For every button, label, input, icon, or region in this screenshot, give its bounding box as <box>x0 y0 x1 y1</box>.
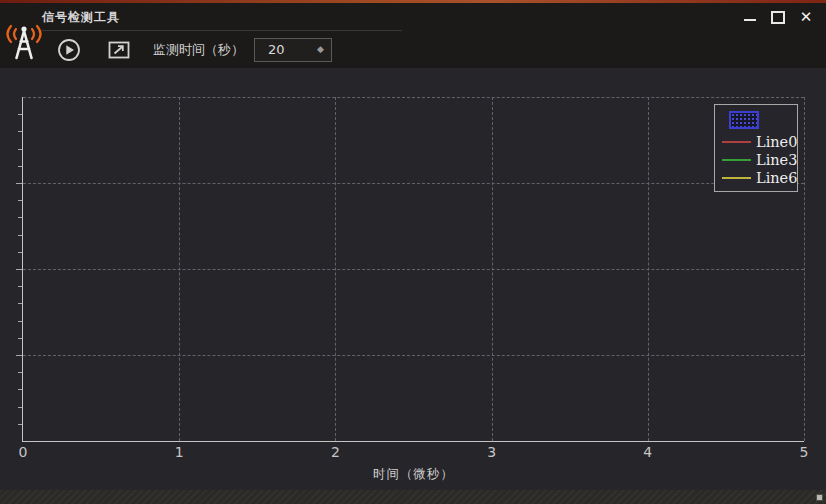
legend-label: Line0 <box>756 135 797 150</box>
legend-patch-icon <box>729 111 759 129</box>
y-minor-tick <box>16 269 22 270</box>
window-chrome: 信号检测工具 ✕ <box>0 3 826 68</box>
y-minor-tick <box>18 166 22 167</box>
play-icon <box>57 38 81 62</box>
y-minor-tick <box>16 183 22 184</box>
minimize-icon <box>744 19 756 21</box>
expand-view-button[interactable] <box>108 40 130 60</box>
resize-grip[interactable] <box>816 494 823 501</box>
y-minor-tick <box>18 424 22 425</box>
legend-label: Line3 <box>756 153 797 168</box>
y-minor-tick <box>18 200 22 201</box>
y-minor-tick <box>18 252 22 253</box>
legend-line-swatch <box>722 159 751 161</box>
y-minor-tick <box>18 149 22 150</box>
x-axis-ticks: 012345 <box>23 441 804 461</box>
gridline-horizontal <box>23 97 804 98</box>
close-icon: ✕ <box>800 10 813 25</box>
y-minor-tick <box>18 286 22 287</box>
y-minor-tick <box>18 389 22 390</box>
x-tick-label: 5 <box>800 444 809 460</box>
maximize-button[interactable] <box>764 5 792 29</box>
window-controls: ✕ <box>736 5 820 29</box>
chart-legend: Line0Line3Line6 <box>714 104 798 192</box>
x-axis-label: 时间（微秒） <box>23 466 804 483</box>
monitor-time-label: 监测时间（秒） <box>153 41 244 59</box>
x-tick-label: 0 <box>19 444 28 460</box>
legend-entry: Line0 <box>722 133 792 151</box>
minimize-button[interactable] <box>736 5 764 29</box>
gridline-horizontal <box>23 355 804 356</box>
legend-entries: Line0Line3Line6 <box>722 133 792 187</box>
y-minor-tick <box>16 355 22 356</box>
y-minor-tick <box>18 372 22 373</box>
x-tick-label: 3 <box>487 444 496 460</box>
legend-entry: Line6 <box>722 169 792 187</box>
bottom-status-strip <box>0 490 826 504</box>
gridline-horizontal <box>23 269 804 270</box>
y-minor-tick <box>18 303 22 304</box>
y-minor-tick <box>18 217 22 218</box>
legend-line-swatch <box>722 141 751 143</box>
toolbar: 监测时间（秒） 20 ◆ <box>0 31 826 68</box>
y-minor-tick <box>18 338 22 339</box>
chart-canvas: 012345 时间（微秒） Line0Line3Line6 <box>0 68 826 490</box>
close-button[interactable]: ✕ <box>792 5 820 29</box>
x-tick-label: 2 <box>331 444 340 460</box>
legend-line-swatch <box>722 177 751 179</box>
app-window: 信号检测工具 ✕ <box>0 0 826 504</box>
y-minor-tick <box>18 321 22 322</box>
gridline-horizontal <box>23 183 804 184</box>
y-minor-tick <box>18 235 22 236</box>
monitor-time-spinbox[interactable]: 20 ◆ <box>254 38 332 62</box>
y-minor-tick <box>18 114 22 115</box>
x-tick-label: 1 <box>175 444 184 460</box>
titlebar[interactable]: 信号检测工具 ✕ <box>0 3 826 31</box>
y-minor-tick <box>18 131 22 132</box>
legend-entry: Line3 <box>722 151 792 169</box>
expand-icon <box>108 40 130 60</box>
x-tick-label: 4 <box>643 444 652 460</box>
y-minor-tick <box>18 407 22 408</box>
spinner-arrows-icon[interactable]: ◆ <box>317 45 324 54</box>
start-monitor-button[interactable] <box>57 38 81 62</box>
legend-label: Line6 <box>756 171 797 186</box>
maximize-icon <box>771 11 785 24</box>
monitor-time-value: 20 <box>268 42 285 57</box>
plot-area: 012345 时间（微秒） Line0Line3Line6 <box>22 97 804 442</box>
gridline-vertical <box>804 97 805 441</box>
window-title: 信号检测工具 <box>42 9 120 26</box>
